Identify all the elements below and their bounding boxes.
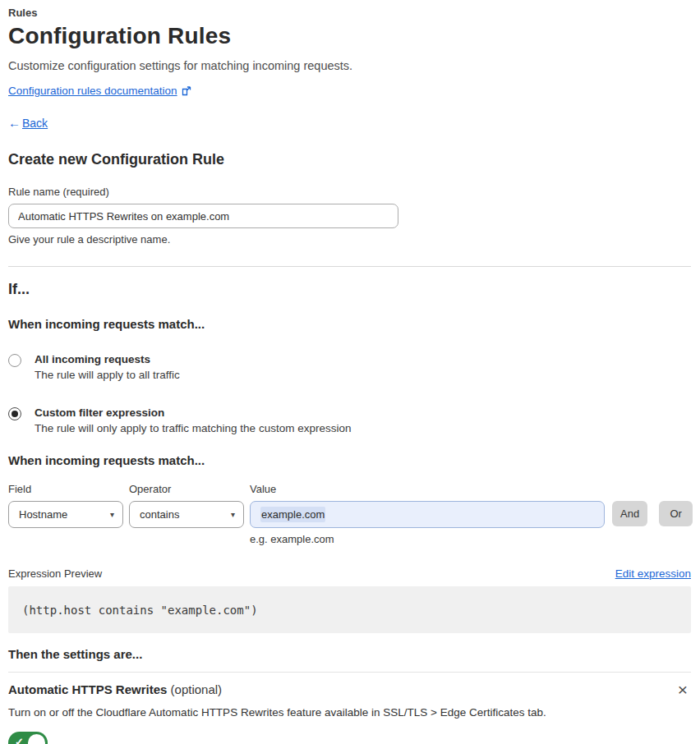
page-title: Configuration Rules bbox=[8, 23, 691, 49]
back-row: ← Back bbox=[8, 116, 691, 130]
if-section-title: If... bbox=[8, 281, 691, 298]
setting-card-divider bbox=[8, 672, 691, 673]
section-divider bbox=[8, 266, 691, 267]
field-select-value: Hostname bbox=[19, 508, 67, 521]
chevron-down-icon: ▾ bbox=[231, 510, 235, 519]
setting-optional-label: (optional) bbox=[171, 682, 223, 696]
radio-button-selected[interactable] bbox=[8, 407, 21, 420]
close-icon[interactable]: × bbox=[675, 682, 691, 697]
radio-description: The rule will only apply to traffic matc… bbox=[35, 422, 351, 434]
setting-name: Automatic HTTPS Rewrites bbox=[8, 682, 167, 696]
external-link-icon bbox=[182, 86, 191, 96]
value-label: Value bbox=[250, 483, 605, 501]
field-column: Field Hostname ▾ bbox=[8, 483, 123, 528]
setting-card-header: Automatic HTTPS Rewrites (optional) × bbox=[8, 682, 691, 697]
configuration-rules-documentation-link[interactable]: Configuration rules documentation bbox=[8, 85, 177, 97]
setting-description: Turn on or off the Cloudflare Automatic … bbox=[8, 706, 691, 719]
back-link[interactable]: Back bbox=[22, 117, 48, 130]
radio-button-unselected[interactable] bbox=[8, 354, 21, 367]
breadcrumb: Rules bbox=[8, 7, 691, 19]
then-settings-heading: Then the settings are... bbox=[8, 647, 691, 661]
and-button[interactable]: And bbox=[612, 501, 647, 526]
value-help: e.g. example.com bbox=[250, 533, 605, 545]
field-label: Field bbox=[8, 483, 123, 501]
value-input-text: example.com bbox=[260, 507, 325, 522]
rule-name-label: Rule name (required) bbox=[8, 186, 691, 198]
expression-preview-row: Expression Preview Edit expression bbox=[8, 567, 691, 580]
page-subtitle: Customize configuration settings for mat… bbox=[8, 59, 691, 72]
value-input[interactable]: example.com bbox=[250, 501, 605, 528]
expression-preview-code: (http.host contains "example.com") bbox=[8, 586, 691, 633]
radio-description: The rule will apply to all traffic bbox=[35, 369, 180, 381]
toggle-knob bbox=[28, 734, 45, 744]
operator-select-value: contains bbox=[140, 508, 179, 521]
doc-link-row: Configuration rules documentation bbox=[8, 85, 691, 97]
radio-option-custom-filter-expression[interactable]: Custom filter expression The rule will o… bbox=[8, 406, 691, 434]
radio-texts: Custom filter expression The rule will o… bbox=[35, 406, 351, 434]
match-type-heading: When incoming requests match... bbox=[8, 317, 691, 331]
andor-buttons: And Or bbox=[612, 501, 693, 526]
check-icon: ✓ bbox=[15, 736, 24, 744]
operator-column: Operator contains ▾ bbox=[129, 483, 244, 528]
radio-texts: All incoming requests The rule will appl… bbox=[35, 353, 180, 381]
back-arrow-icon: ← bbox=[8, 116, 21, 130]
automatic-https-rewrites-toggle[interactable]: ✓ bbox=[8, 732, 48, 744]
radio-option-all-incoming-requests[interactable]: All incoming requests The rule will appl… bbox=[8, 353, 691, 381]
expression-builder-heading: When incoming requests match... bbox=[8, 453, 691, 467]
rule-name-input[interactable] bbox=[8, 204, 398, 228]
or-button[interactable]: Or bbox=[659, 501, 693, 526]
field-select[interactable]: Hostname ▾ bbox=[8, 501, 123, 528]
chevron-down-icon: ▾ bbox=[110, 510, 114, 519]
operator-select[interactable]: contains ▾ bbox=[129, 501, 244, 528]
expression-preview-label: Expression Preview bbox=[8, 567, 102, 580]
configuration-rules-page: Rules Configuration Rules Customize conf… bbox=[0, 0, 700, 744]
operator-label: Operator bbox=[129, 483, 244, 501]
setting-title: Automatic HTTPS Rewrites (optional) bbox=[8, 682, 222, 696]
expression-builder-row: Field Hostname ▾ Operator contains ▾ Val… bbox=[8, 483, 691, 545]
rule-name-help: Give your rule a descriptive name. bbox=[8, 233, 691, 246]
create-rule-section-title: Create new Configuration Rule bbox=[8, 151, 691, 168]
radio-label: All incoming requests bbox=[35, 353, 180, 365]
edit-expression-link[interactable]: Edit expression bbox=[615, 567, 691, 580]
radio-label: Custom filter expression bbox=[35, 406, 351, 419]
value-column: Value example.com e.g. example.com bbox=[250, 483, 605, 545]
